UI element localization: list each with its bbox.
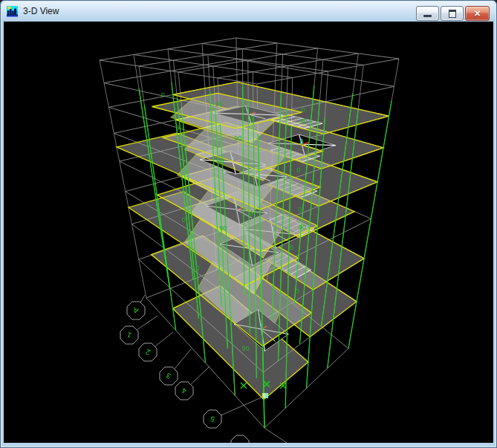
angle-label: 0	[250, 210, 253, 217]
angle-label: 0	[290, 244, 293, 251]
grid-bubble-2: 2	[139, 332, 173, 361]
grid-bubble-1: 1	[120, 316, 157, 344]
angle-label: 0	[176, 124, 180, 132]
angle-label: 0	[182, 216, 186, 224]
angle-label: 90	[299, 117, 307, 125]
angle-label: 90	[217, 158, 224, 165]
grid-bubble-A: A	[127, 295, 145, 319]
app-icon	[7, 5, 19, 17]
3d-view-window: 3-D View ✕ 900000090090009000090090900A1…	[0, 0, 497, 448]
angle-label: 0	[296, 288, 299, 295]
angle-label: 90	[299, 224, 306, 231]
angle-label: 0	[300, 139, 304, 146]
window-title: 3-D View	[23, 6, 59, 16]
grid-bubble-5: 5	[204, 397, 263, 428]
angle-label: 0	[302, 106, 305, 114]
angle-label: 90	[234, 134, 241, 142]
close-button[interactable]: ✕	[465, 6, 490, 21]
angle-label: 90	[242, 345, 250, 352]
joint-dot	[262, 393, 265, 398]
3d-model-viewport[interactable]: 900000090090009000090090900A12345	[4, 22, 493, 443]
grid-bubble-4: 4	[175, 366, 209, 400]
3d-view-canvas[interactable]: 900000090090009000090090900A12345	[4, 22, 493, 443]
window-controls: ✕	[416, 6, 490, 21]
angle-label: 0	[183, 189, 186, 197]
angle-label: 0	[196, 264, 200, 272]
minimize-icon	[423, 15, 432, 17]
angle-label: 0	[161, 91, 165, 99]
joint-dot	[265, 393, 268, 398]
minimize-button[interactable]	[416, 6, 439, 21]
restore-icon	[449, 10, 456, 18]
angle-label: 0	[299, 206, 302, 213]
grid-bubble-clipped	[231, 435, 249, 443]
close-icon: ✕	[466, 7, 489, 20]
angle-label: 90	[219, 224, 227, 232]
grid-bubble-3: 3	[160, 349, 191, 385]
angle-label: 0	[296, 166, 300, 174]
angle-label: 90	[215, 100, 222, 108]
angle-label: 0	[250, 114, 253, 122]
titlebar[interactable]: 3-D View ✕	[1, 1, 496, 21]
restore-button[interactable]	[441, 6, 464, 21]
